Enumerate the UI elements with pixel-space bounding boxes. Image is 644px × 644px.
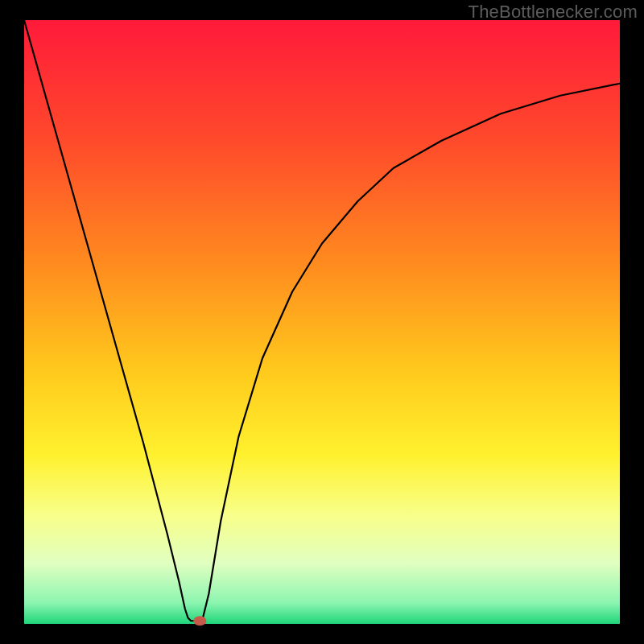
watermark-label: TheBottleneсker.com (469, 2, 638, 23)
chart-frame: TheBottleneсker.com (0, 0, 644, 644)
vertex-marker (193, 616, 206, 625)
plot-background (24, 20, 620, 624)
chart-canvas (0, 0, 644, 644)
